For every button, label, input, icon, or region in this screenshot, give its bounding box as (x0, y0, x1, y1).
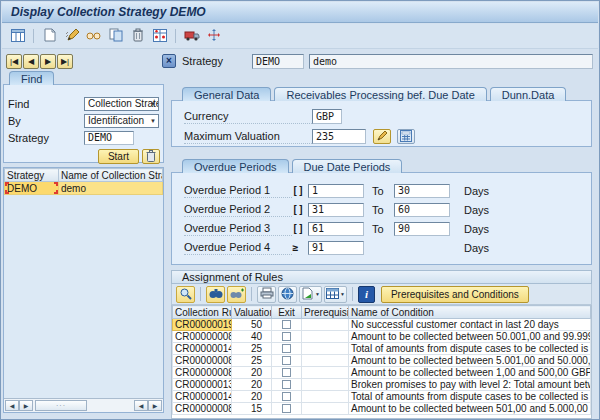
scroll-right-icon[interactable]: ▶ (148, 400, 162, 411)
overdue-1-to-field[interactable]: 30 (394, 184, 450, 198)
condition-cell[interactable]: Broken promises to pay with level 2: Tot… (349, 379, 591, 391)
exit-checkbox[interactable] (282, 392, 291, 401)
table-row[interactable]: CR00000008 15 Amount to be collected bet… (173, 403, 591, 415)
valuation-cell[interactable]: 20 (232, 391, 272, 403)
last-record-button[interactable]: ▶| (57, 54, 73, 69)
condition-cell[interactable]: Total of amounts from dispute cases to b… (349, 343, 591, 355)
condition-cell[interactable]: Amount to be collected between 1,00 and … (349, 367, 591, 379)
column-header-prerequisite[interactable]: Prerequisite (302, 306, 349, 319)
prerequisite-cell[interactable] (302, 403, 349, 415)
overdue-4-from-field[interactable]: 91 (308, 241, 364, 255)
table-row[interactable]: CR00000019 50 No successful customer con… (173, 319, 591, 331)
valuation-cell[interactable]: 15 (232, 403, 272, 415)
maximum-valuation-field[interactable]: 235 (312, 129, 366, 144)
info-icon[interactable]: i (358, 286, 375, 303)
collection-rule-cell[interactable]: CR00000013 (173, 379, 232, 391)
strategy-cell[interactable]: DEMO (5, 182, 59, 195)
find-dropdown[interactable]: Collection Strate..▼ (84, 97, 159, 111)
next-record-button[interactable]: ▶ (40, 54, 56, 69)
valuation-cell[interactable]: 20 (232, 367, 272, 379)
create-button[interactable] (40, 27, 59, 45)
tab-dunn-data[interactable]: Dunn.Data (490, 87, 567, 101)
overdue-2-from-field[interactable]: 31 (308, 203, 364, 217)
display-button[interactable] (84, 27, 103, 45)
prerequisite-cell[interactable] (302, 379, 349, 391)
exit-checkbox[interactable] (282, 380, 291, 389)
table-row[interactable]: CR00000008 20 Amount to be collected bet… (173, 367, 591, 379)
valuation-cell[interactable]: 40 (232, 331, 272, 343)
condition-cell[interactable]: Amount to be collected between 5.001,00 … (349, 355, 591, 367)
prerequisite-cell[interactable] (302, 367, 349, 379)
strategy-id-field[interactable]: DEMO (252, 54, 304, 69)
tab-overdue-periods[interactable]: Overdue Periods (182, 159, 289, 173)
layout-grid-button[interactable] (8, 27, 27, 45)
change-button[interactable] (62, 27, 81, 45)
adjust-button[interactable] (204, 27, 223, 45)
strategy-search-input[interactable]: DEMO (84, 131, 134, 145)
column-header-collection-rule[interactable]: Collection Rule (173, 306, 232, 319)
horizontal-scrollbar[interactable]: ◀ ▶ ··· ◀ ▶ (4, 398, 163, 412)
currency-field[interactable]: GBP (312, 109, 342, 124)
table-settings-button[interactable]: ▼ (324, 286, 347, 303)
column-header-exit[interactable]: Exit (272, 306, 302, 319)
table-row[interactable]: CR00000013 20 Broken promises to pay wit… (173, 379, 591, 391)
collection-rule-cell[interactable]: CR00000014 (173, 343, 232, 355)
table-row[interactable]: CR00000014 20 Total of amounts from disp… (173, 391, 591, 403)
condition-cell[interactable]: Total of amounts from dispute cases to b… (349, 391, 591, 403)
previous-record-button[interactable]: ◀ (23, 54, 39, 69)
calculator-button[interactable] (397, 129, 415, 144)
condition-cell[interactable]: No successful customer contact in last 2… (349, 319, 591, 331)
find-button[interactable] (206, 286, 225, 303)
prerequisite-cell[interactable] (302, 331, 349, 343)
prerequisite-cell[interactable] (302, 319, 349, 331)
table-row[interactable]: CR00000008 40 Amount to be collected bet… (173, 331, 591, 343)
refresh-button[interactable] (278, 286, 297, 303)
tab-due-date-periods[interactable]: Due Date Periods (292, 159, 403, 173)
column-header-valuation[interactable]: Valuation (232, 306, 272, 319)
by-dropdown[interactable]: Identification▼ (84, 114, 159, 128)
table-row[interactable]: CR00000008 25 Amount to be collected bet… (173, 355, 591, 367)
collection-rule-cell[interactable]: CR00000008 (173, 331, 232, 343)
copy-button[interactable] (106, 27, 125, 45)
valuation-cell[interactable]: 25 (232, 343, 272, 355)
overdue-2-to-field[interactable]: 60 (394, 203, 450, 217)
exit-checkbox[interactable] (282, 368, 291, 377)
tab-general-data[interactable]: General Data (182, 87, 271, 101)
transport-button[interactable] (182, 27, 201, 45)
exit-checkbox[interactable] (282, 356, 291, 365)
strategy-name-field[interactable]: demo (309, 54, 593, 69)
exit-checkbox[interactable] (282, 344, 291, 353)
exit-checkbox[interactable] (282, 332, 291, 341)
delete-button[interactable] (128, 27, 147, 45)
close-icon[interactable]: × (162, 54, 176, 68)
valuation-cell[interactable]: 50 (232, 319, 272, 331)
start-button[interactable]: Start (98, 149, 139, 164)
overdue-3-to-field[interactable]: 90 (394, 222, 450, 236)
where-used-button[interactable] (150, 27, 169, 45)
condition-cell[interactable]: Amount to be collected between 501,00 an… (349, 403, 591, 415)
condition-cell[interactable]: Amount to be collected between 50.001,00… (349, 331, 591, 343)
collection-rule-cell[interactable]: CR00000014 (173, 391, 232, 403)
find-next-button[interactable] (227, 286, 246, 303)
exit-checkbox[interactable] (282, 320, 291, 329)
overdue-1-from-field[interactable]: 1 (308, 184, 364, 198)
valuation-cell[interactable]: 25 (232, 355, 272, 367)
collection-rule-cell[interactable]: CR00000008 (173, 367, 232, 379)
table-row[interactable]: CR00000014 25 Total of amounts from disp… (173, 343, 591, 355)
scroll-right-icon[interactable]: ▶ (19, 400, 33, 411)
details-button[interactable] (176, 286, 195, 303)
valuation-cell[interactable]: 20 (232, 379, 272, 391)
collection-rule-cell[interactable]: CR00000019 (173, 319, 232, 331)
clear-button[interactable] (142, 149, 160, 164)
export-button[interactable]: ▼ (299, 286, 322, 303)
scrollbar-thumb[interactable]: ··· (35, 400, 87, 411)
first-record-button[interactable]: |◀ (6, 54, 22, 69)
exit-checkbox[interactable] (282, 404, 291, 413)
scroll-left-icon[interactable]: ◀ (134, 400, 148, 411)
collection-rule-cell[interactable]: CR00000008 (173, 355, 232, 367)
overdue-3-from-field[interactable]: 61 (308, 222, 364, 236)
print-button[interactable] (257, 286, 276, 303)
scroll-left-icon[interactable]: ◀ (5, 400, 19, 411)
edit-button[interactable] (373, 129, 391, 144)
prerequisite-cell[interactable] (302, 355, 349, 367)
